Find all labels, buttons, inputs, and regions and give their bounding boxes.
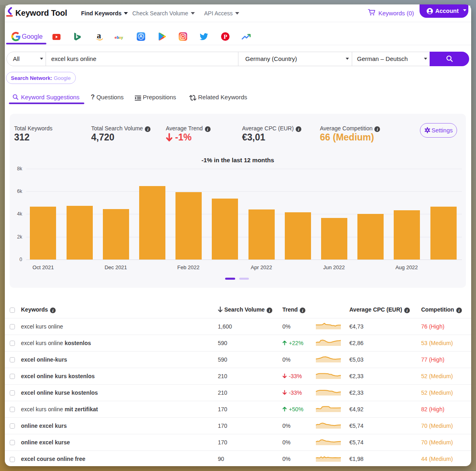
svg-text:a: a [97,32,101,40]
svg-text:P: P [223,33,227,40]
svg-text:y: y [121,35,123,40]
